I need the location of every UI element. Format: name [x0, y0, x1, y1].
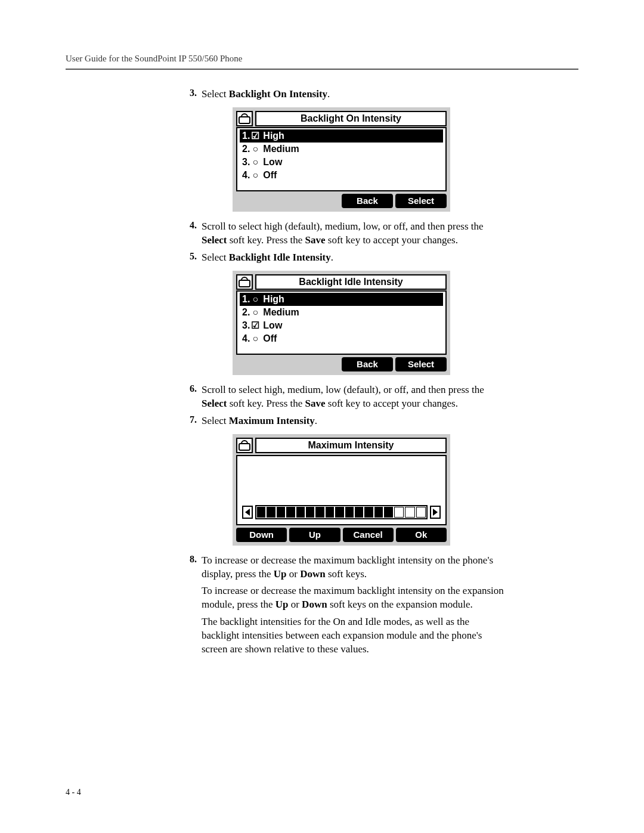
svg-marker-3: [245, 509, 250, 516]
step-text: Select Backlight Idle Intensity.: [202, 251, 507, 265]
intensity-segment: [277, 507, 285, 518]
lcd-title: Backlight Idle Intensity: [255, 274, 447, 290]
intensity-segment: [267, 507, 275, 518]
lcd-menu-item[interactable]: 1.○High: [240, 293, 443, 306]
step-number: 7.: [179, 414, 197, 425]
lcd-title: Backlight On Intensity: [255, 111, 447, 126]
lcd-menu-item[interactable]: 2.○Medium: [240, 306, 443, 319]
step-text: Scroll to select high (default), medium,…: [202, 220, 507, 247]
step-6: 6. Scroll to select high, medium, low (d…: [179, 383, 507, 411]
lcd-menu-item[interactable]: 3.○Low: [240, 156, 443, 169]
intensity-segment: [416, 507, 426, 518]
lcd-body: [236, 455, 447, 525]
svg-rect-2: [239, 444, 250, 450]
intensity-bar: [255, 505, 428, 519]
lcd-menu-item[interactable]: 2.○Medium: [240, 143, 443, 156]
softkey-up[interactable]: Up: [289, 528, 340, 542]
svg-marker-4: [433, 509, 438, 516]
svg-rect-1: [239, 280, 250, 287]
lcd-screenshot-backlight-idle: Backlight Idle Intensity 1.○High2.○Mediu…: [233, 271, 507, 375]
step-3: 3. Select Backlight On Intensity.: [179, 88, 507, 101]
intensity-segment: [384, 507, 392, 518]
step-8-para-2: To increase or decrease the maximum back…: [202, 584, 507, 612]
intensity-segment: [315, 507, 324, 518]
running-header: User Guide for the SoundPoint IP 550/560…: [66, 54, 644, 64]
intensity-segment: [394, 507, 404, 518]
intensity-segment: [286, 507, 295, 518]
intensity-segment: [326, 507, 334, 518]
lcd-screenshot-backlight-on: Backlight On Intensity 1.☑High2.○Medium3…: [233, 107, 507, 212]
step-number: 6.: [179, 383, 197, 394]
intensity-segment: [306, 507, 314, 518]
document-page: User Guide for the SoundPoint IP 550/560…: [0, 0, 644, 833]
intensity-segment: [257, 507, 265, 518]
page-number: 4 - 4: [66, 788, 81, 797]
softkey-select[interactable]: Select: [395, 194, 447, 208]
step-text: Select Maximum Intensity.: [202, 414, 507, 428]
softkey-cancel[interactable]: Cancel: [343, 528, 394, 542]
intensity-segment: [355, 507, 363, 518]
step-5: 5. Select Backlight Idle Intensity.: [179, 251, 507, 265]
content: 3. Select Backlight On Intensity. Backli…: [179, 88, 507, 657]
softkey-down[interactable]: Down: [236, 528, 287, 542]
step-8: 8. To increase or decrease the maximum b…: [179, 554, 507, 581]
header-rule: [66, 69, 578, 70]
step-number: 4.: [179, 220, 197, 231]
lcd-menu-item[interactable]: 3.☑Low: [240, 319, 443, 332]
intensity-segment: [374, 507, 383, 518]
step-text: Select Backlight On Intensity.: [202, 88, 507, 101]
step-number: 3.: [179, 88, 197, 98]
intensity-segment: [364, 507, 373, 518]
lcd-menu-item[interactable]: 1.☑High: [240, 129, 443, 143]
step-number: 5.: [179, 251, 197, 262]
softkey-select[interactable]: Select: [395, 357, 447, 371]
step-8-para-3: The backlight intensities for the On and…: [202, 615, 507, 657]
settings-icon: [236, 438, 253, 453]
intensity-segment: [335, 507, 343, 518]
step-text: To increase or decrease the maximum back…: [202, 554, 507, 581]
arrow-left-icon[interactable]: [242, 506, 253, 519]
step-4: 4. Scroll to select high (default), medi…: [179, 220, 507, 247]
settings-icon: [236, 111, 253, 126]
intensity-segment: [296, 507, 305, 518]
softkey-back[interactable]: Back: [342, 194, 393, 208]
lcd-body: 1.○High2.○Medium3.☑Low4.○Off: [236, 290, 447, 355]
lcd-body: 1.☑High2.○Medium3.○Low4.○Off: [236, 127, 447, 191]
arrow-right-icon[interactable]: [430, 506, 441, 519]
step-number: 8.: [179, 554, 197, 565]
settings-icon: [236, 274, 253, 290]
lcd-title: Maximum Intensity: [255, 438, 447, 453]
step-text: Scroll to select high, medium, low (defa…: [202, 383, 507, 411]
step-7: 7. Select Maximum Intensity.: [179, 414, 507, 428]
softkey-back[interactable]: Back: [342, 357, 393, 371]
lcd-screenshot-max-intensity: Maximum Intensity Down Up: [233, 434, 507, 546]
lcd-menu-item[interactable]: 4.○Off: [240, 332, 443, 345]
softkey-ok[interactable]: Ok: [396, 528, 447, 542]
intensity-segment: [345, 507, 354, 518]
svg-rect-0: [239, 117, 250, 123]
lcd-menu-item[interactable]: 4.○Off: [240, 169, 443, 182]
intensity-segment: [405, 507, 414, 518]
